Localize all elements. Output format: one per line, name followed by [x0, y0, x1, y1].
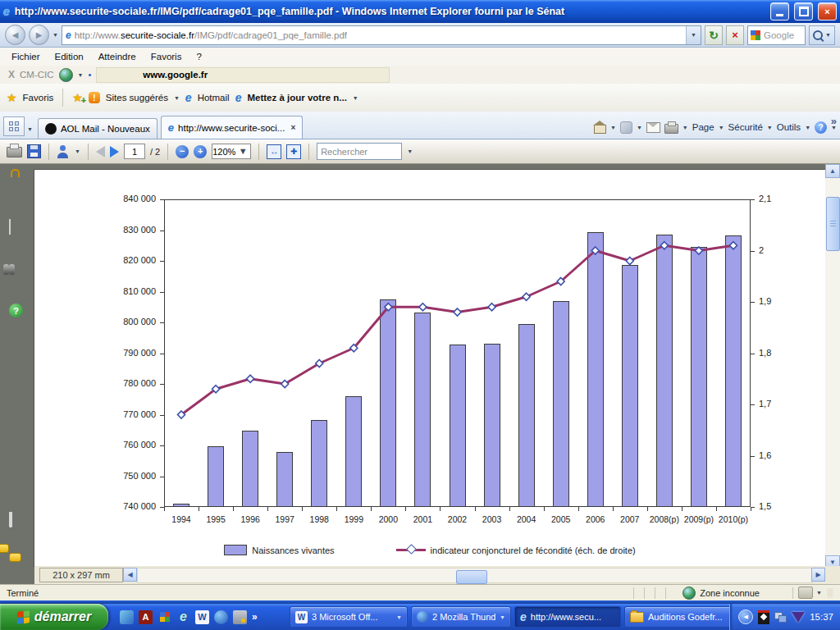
- cmcic-site-field[interactable]: www.google.fr: [96, 67, 390, 83]
- menu-help[interactable]: ?: [189, 50, 208, 63]
- add-favorite-button[interactable]: ★: [72, 92, 83, 103]
- quick-tabs-button[interactable]: [3, 116, 25, 136]
- read-mail-icon[interactable]: [646, 122, 660, 133]
- pdf-print-button[interactable]: [7, 147, 22, 158]
- feeds-caret[interactable]: ▼: [637, 125, 642, 130]
- url-field[interactable]: e http://www.securite-sociale.fr/IMG/pdf…: [62, 25, 701, 45]
- hotmail-link[interactable]: Hotmail: [198, 93, 230, 103]
- taskbar-button-thunderbird[interactable]: 2 Mozilla Thund... ▼: [411, 606, 511, 628]
- pages-panel-icon[interactable]: [9, 220, 11, 235]
- print-caret[interactable]: ▼: [682, 125, 688, 130]
- cmcic-caret[interactable]: ▼: [78, 72, 84, 78]
- horizontal-scroll-thumb[interactable]: [456, 570, 487, 584]
- horizontal-scrollbar[interactable]: [137, 568, 813, 583]
- scroll-right-button[interactable]: ▶: [811, 568, 825, 582]
- quicklaunch-word-icon[interactable]: W: [195, 610, 209, 624]
- refresh-button[interactable]: ↻: [705, 25, 723, 45]
- taskbar-button-folder[interactable]: Auditions Godefr...: [624, 606, 733, 628]
- menu-atteindre[interactable]: Atteindre: [92, 50, 143, 63]
- taskbar-button-office[interactable]: W 3 Microsoft Off... ▼: [290, 606, 408, 628]
- menu-fichier[interactable]: Fichier: [5, 50, 47, 63]
- page-menu[interactable]: Page: [692, 122, 714, 132]
- tools-menu[interactable]: Outils: [777, 122, 801, 132]
- change-zoom-icon[interactable]: [798, 587, 813, 599]
- search-input[interactable]: Google: [747, 25, 806, 45]
- pdf-save-button[interactable]: [27, 144, 41, 158]
- pdf-collab-caret[interactable]: ▼: [75, 148, 80, 154]
- security-menu[interactable]: Sécurité: [728, 122, 763, 132]
- pdf-prev-page-button[interactable]: [96, 146, 105, 158]
- suggested-sites-caret[interactable]: ▼: [174, 95, 180, 101]
- thunderbird-icon: [417, 611, 428, 623]
- quicklaunch-network-icon[interactable]: [233, 610, 247, 624]
- history-caret[interactable]: ▼: [52, 32, 58, 38]
- home-icon[interactable]: [594, 125, 606, 134]
- overflow-chevron[interactable]: »: [831, 115, 837, 127]
- tab-aol-mail[interactable]: AOL Mail - Nouveaux: [38, 118, 158, 139]
- help-icon[interactable]: ?: [815, 121, 827, 134]
- tray-app-icon[interactable]: [758, 610, 769, 624]
- pdf-zoom-caret[interactable]: ▼: [235, 147, 250, 156]
- pdf-zoom-out-button[interactable]: −: [176, 145, 189, 158]
- cmcic-close-button[interactable]: X: [8, 69, 15, 80]
- url-dropdown-button[interactable]: ▼: [686, 26, 701, 44]
- tray-collapse-button[interactable]: ◀: [738, 609, 753, 624]
- restore-button[interactable]: [794, 2, 813, 21]
- security-caret[interactable]: ▼: [767, 125, 773, 130]
- x-tick: [751, 507, 751, 511]
- pdf-zoom-level[interactable]: 120%▼: [212, 144, 251, 159]
- suggested-sites-button[interactable]: Sites suggérés: [106, 93, 168, 103]
- tab-list-caret[interactable]: ▼: [27, 126, 33, 132]
- y-right-tick-label: 1,6: [759, 450, 787, 460]
- tray-shield-icon[interactable]: [792, 612, 805, 623]
- quick-tabs-icon: [9, 121, 19, 131]
- stop-button[interactable]: ×: [726, 25, 744, 45]
- close-button[interactable]: ×: [818, 2, 837, 21]
- print-icon[interactable]: [664, 124, 678, 134]
- pdf-search-input[interactable]: [317, 143, 402, 160]
- page-caret[interactable]: ▼: [719, 125, 724, 130]
- quicklaunch-acrobat-icon[interactable]: A: [139, 610, 153, 624]
- pdf-search-caret[interactable]: ▼: [407, 148, 413, 154]
- pdf-fit-width-button[interactable]: ↔: [267, 144, 281, 159]
- vertical-scroll-thumb[interactable]: [826, 197, 840, 251]
- forward-button[interactable]: ▶: [29, 25, 49, 45]
- scroll-left-button[interactable]: ◀: [123, 568, 137, 582]
- scroll-up-button[interactable]: ▲: [825, 164, 840, 178]
- taskbar-button-ie[interactable]: e http://www.secu...: [514, 606, 621, 628]
- update-caret[interactable]: ▼: [353, 95, 358, 101]
- menu-edition[interactable]: Edition: [48, 50, 90, 63]
- tab-close-button[interactable]: ×: [290, 123, 295, 132]
- tab-securite-sociale[interactable]: e http://www.securite-soci... ×: [161, 116, 303, 139]
- change-zoom-caret[interactable]: ▼: [816, 590, 822, 596]
- attachments-icon[interactable]: [9, 512, 12, 527]
- update-link[interactable]: Mettez à jour votre n...: [247, 93, 346, 103]
- menu-favoris[interactable]: Favoris: [144, 50, 189, 63]
- pdf-next-page-button[interactable]: [110, 146, 119, 158]
- help-badge-icon[interactable]: ?: [9, 304, 23, 317]
- start-button[interactable]: démarrer: [0, 604, 108, 630]
- line-marker: [729, 242, 737, 249]
- pdf-collab-button[interactable]: [57, 145, 70, 158]
- quicklaunch-google-icon[interactable]: [158, 610, 171, 624]
- vertical-scrollbar[interactable]: ▲ ▼: [825, 164, 840, 569]
- y-right-tick: [751, 404, 755, 405]
- pdf-zoom-in-button[interactable]: +: [194, 145, 207, 158]
- home-caret[interactable]: ▼: [610, 125, 616, 130]
- x-tick: [302, 507, 303, 511]
- pdf-page-number-input[interactable]: [124, 144, 145, 159]
- quicklaunch-ie-icon[interactable]: e: [176, 610, 190, 624]
- pdf-fit-page-button[interactable]: ✚: [286, 144, 301, 159]
- ie-logo-icon: e: [3, 6, 10, 17]
- favorites-button[interactable]: Favoris: [23, 93, 54, 103]
- tray-network-icon[interactable]: [774, 612, 787, 623]
- taskbar: démarrer A e W » W 3 Microsoft Off... ▼ …: [0, 604, 840, 630]
- quicklaunch-app-icon[interactable]: [120, 610, 134, 624]
- quicklaunch-thunderbird-icon[interactable]: [214, 610, 228, 624]
- quicklaunch-overflow[interactable]: »: [252, 611, 258, 623]
- feeds-icon[interactable]: [620, 121, 632, 134]
- back-button[interactable]: ◀: [5, 25, 25, 45]
- search-button[interactable]: ▼: [809, 25, 835, 45]
- minimize-button[interactable]: [770, 2, 789, 21]
- tools-caret[interactable]: ▼: [805, 125, 810, 130]
